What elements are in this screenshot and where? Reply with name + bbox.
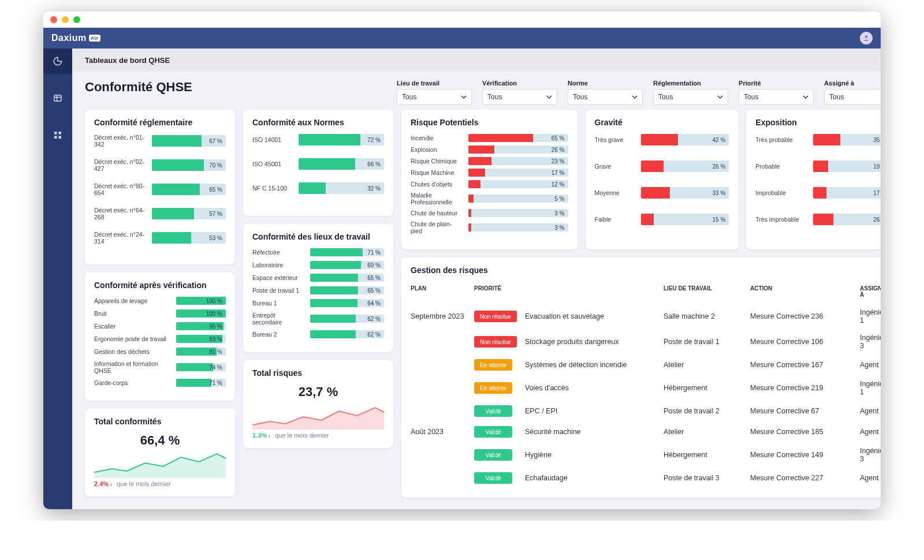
risk-priority: En attente xyxy=(474,359,519,371)
risk-row[interactable]: Validé EPC / EPI Poste de travail 2 Mesu… xyxy=(411,401,881,421)
bar-fill xyxy=(299,182,326,194)
filter-select[interactable]: Tous xyxy=(568,89,643,105)
card-total-conformites: Total conformités 66,4 % 2.4%↓ que le mo… xyxy=(85,409,235,496)
risk-row[interactable]: Validé Echafaudage Poste de travail 3 Me… xyxy=(411,468,881,488)
filter-select[interactable]: Tous xyxy=(397,89,472,105)
bar-value: 69 % xyxy=(367,262,381,268)
filter-select[interactable]: Tous xyxy=(739,89,814,105)
bar-label: Ergonomie poste de travail xyxy=(94,335,170,342)
svg-rect-3 xyxy=(59,132,62,135)
card-title: Exposition xyxy=(755,118,881,127)
bar-row: Entrepôt secondaire 62 % xyxy=(252,312,384,326)
bar-label: Chute de hauteur xyxy=(411,210,463,216)
filter-label: Assigné à xyxy=(824,80,881,87)
priority-badge: En attente xyxy=(474,382,512,394)
bar-value: 64 % xyxy=(367,300,381,307)
bar-label: ISO 14001 xyxy=(252,136,293,143)
risk-priority: Validé xyxy=(474,449,519,461)
sidebar-item-apps[interactable] xyxy=(43,122,72,148)
app-header: Daxium Air xyxy=(43,28,881,48)
risk-row[interactable]: Août 2023 Validé Sécurité machine Atelie… xyxy=(411,421,881,442)
bar-track: 26 % xyxy=(641,160,729,172)
bar-track: 15 % xyxy=(641,214,729,225)
sidebar xyxy=(43,48,72,509)
bar-value: 3 % xyxy=(554,210,564,216)
risk-action: Evacuation et sauvetage xyxy=(525,312,658,320)
risk-top-row: Risque Potentiels Incendie 65 % Explosio… xyxy=(401,110,881,249)
bar-label: Moyenne xyxy=(595,189,635,196)
risk-mesure: Mesure Corrective 106 xyxy=(750,338,854,346)
bar-fill xyxy=(468,169,485,177)
bar-fill xyxy=(310,274,358,282)
sidebar-item-dashboard[interactable] xyxy=(43,48,72,74)
risk-row[interactable]: En attente Systèmes de détection incendi… xyxy=(411,354,881,375)
bar-row: Grave 26 % xyxy=(595,160,729,172)
window-minimize-dot[interactable] xyxy=(62,16,69,23)
priority-badge: Non résolue xyxy=(474,336,517,348)
bar-fill xyxy=(310,248,363,256)
bar-label: Espace extérieur xyxy=(252,274,304,281)
bar-track: 17 % xyxy=(468,169,568,177)
bar-label: Maladie Professionnelle xyxy=(411,192,463,206)
bar-value: 71 % xyxy=(209,380,222,386)
filter-value: Tous xyxy=(402,93,416,101)
risk-mesure: Mesure Corrective 185 xyxy=(750,428,854,436)
bar-fill xyxy=(468,195,474,203)
filter-select[interactable]: Tous xyxy=(824,89,881,105)
bar-track: 33 % xyxy=(641,187,729,199)
risk-month: Septembre 2023 xyxy=(411,312,468,320)
bar-value: 67 % xyxy=(209,138,222,144)
bar-fill xyxy=(468,180,480,188)
arrow-down-icon: ↓ xyxy=(110,481,113,487)
app-name-sup: Air xyxy=(89,35,100,42)
risk-priority: Validé xyxy=(474,405,519,417)
bar-label: Très probable xyxy=(755,136,807,143)
risk-lieu: Salle machine 2 xyxy=(664,312,744,320)
user-avatar[interactable] xyxy=(860,32,873,44)
bar-label: NF C 15-100 xyxy=(252,185,293,192)
filter-label: Priorité xyxy=(739,80,814,87)
bar-value: 57 % xyxy=(209,211,222,217)
bar-row: Risque Chimique 23 % xyxy=(411,157,568,165)
bar-row: Décret exéc. n°80-654 65 % xyxy=(94,182,226,196)
bar-fill xyxy=(299,158,355,170)
bar-fill xyxy=(641,160,664,172)
window-zoom-dot[interactable] xyxy=(73,16,80,23)
filter-select[interactable]: Tous xyxy=(482,89,557,105)
risk-priority: Non résolue xyxy=(474,336,519,348)
risk-row[interactable]: Validé Hygiène Hébergement Mesure Correc… xyxy=(411,442,881,468)
app-window: Daxium Air Tableaux de bord QHSE Conform… xyxy=(43,12,881,509)
filter-select[interactable]: Tous xyxy=(653,89,728,105)
bar-row: Garde-corps 71 % xyxy=(94,379,226,387)
kpi-delta: 2.4%↓ que le mois dernier xyxy=(94,480,226,487)
bar-label: Escalier xyxy=(94,323,170,330)
risk-assignee: Ingénieur 1 xyxy=(860,308,881,324)
kpi-value: 66,4 % xyxy=(140,433,180,448)
dashboard-grid: Conformité réglementaire Décret exéc. n°… xyxy=(72,110,881,509)
user-icon xyxy=(862,34,870,42)
bar-value: 17 % xyxy=(873,190,881,196)
bar-row: Décret exéc. n°64-268 57 % xyxy=(94,207,226,221)
filter-label: Norme xyxy=(568,80,643,87)
risk-priority: Non résolue xyxy=(474,311,519,322)
bar-value: 3 % xyxy=(554,225,564,231)
bar-row: Escalier 95 % xyxy=(94,322,226,330)
bar-row: Très probable 35 % xyxy=(755,134,881,145)
priority-badge: Validé xyxy=(474,472,512,484)
bar-label: Information et formation QHSE xyxy=(94,360,170,374)
window-close-dot[interactable] xyxy=(50,16,57,23)
risk-assignee: Ingénieur 1 xyxy=(860,380,881,396)
bar-value: 35 % xyxy=(873,137,881,143)
risk-row[interactable]: En attente Voies d'accès Hébergement Mes… xyxy=(411,375,881,401)
risk-mesure: Mesure Corrective 227 xyxy=(750,474,854,482)
bar-row: Bureau 2 62 % xyxy=(252,330,384,338)
bar-fill xyxy=(813,134,840,145)
title-filters-row: Conformité QHSE Lieu de travail Tous Vér… xyxy=(72,72,881,110)
sidebar-item-tables[interactable] xyxy=(43,85,72,111)
bar-value: 66 % xyxy=(367,161,381,167)
risk-mesure: Mesure Corrective 67 xyxy=(750,407,854,415)
risk-row[interactable]: Septembre 2023 Non résolue Evacuation et… xyxy=(411,304,881,329)
bar-value: 5 % xyxy=(554,196,564,202)
bar-track: 19 % xyxy=(813,160,881,172)
risk-row[interactable]: Non résolue Stockage produits dangereux … xyxy=(411,329,881,354)
